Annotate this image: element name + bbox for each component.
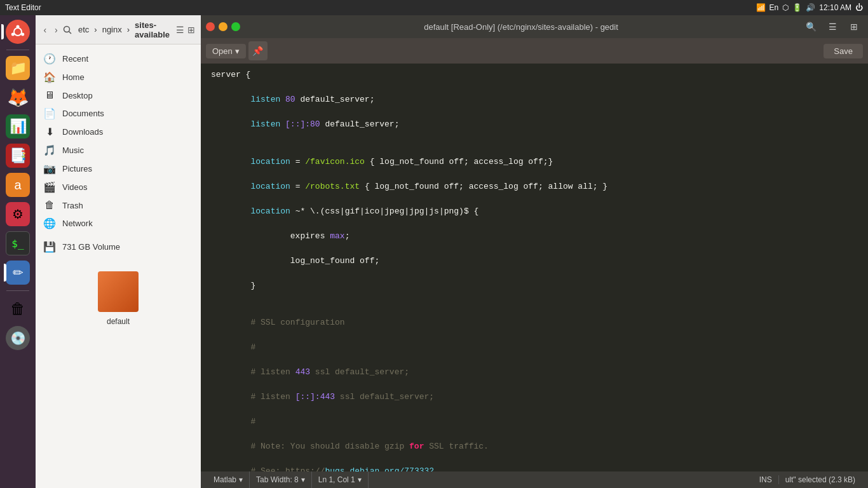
code-editor[interactable]: server { listen 80 default_server; liste… <box>201 69 868 471</box>
breadcrumb-nginx[interactable]: nginx <box>98 24 126 36</box>
sidebar-item-music-label: Music <box>62 146 84 155</box>
sidebar-item-documents[interactable]: 📄 Documents <box>36 104 201 123</box>
fm-grid-button[interactable]: ⊞ <box>187 21 196 39</box>
clock: 12:10 AM <box>819 3 851 12</box>
statusbar-right: INS ult" selected (2.3 kB) <box>753 475 862 484</box>
dock-item-cdrw[interactable]: 💿 <box>4 324 32 352</box>
minimize-button[interactable] <box>219 22 227 31</box>
dock-item-ubuntu[interactable] <box>4 18 32 46</box>
dock-item-libreoffice-impress[interactable]: 📑 <box>4 142 32 170</box>
sidebar-item-downloads-label: Downloads <box>62 127 103 137</box>
search-gedit-button[interactable]: 🔍 <box>802 18 820 36</box>
firefox-icon: 🦊 <box>6 85 30 109</box>
dock-item-gedit[interactable]: ✏ <box>4 259 32 287</box>
music-icon: 🎵 <box>43 144 56 156</box>
header-actions: 🔍 ☰ ⊞ <box>802 18 863 36</box>
sidebar-item-recent[interactable]: 🕐 Recent <box>36 50 201 68</box>
ubuntu-logo-icon <box>6 20 30 44</box>
sidebar-item-volume[interactable]: 💾 731 GB Volume <box>36 238 201 256</box>
network-icon: 🌐 <box>43 217 56 229</box>
trash-icon: 🗑 <box>43 200 56 211</box>
sidebar-item-videos[interactable]: 🎬 Videos <box>36 178 201 196</box>
wifi-icon: 📶 <box>756 3 766 12</box>
sidebar-item-pictures[interactable]: 📷 Pictures <box>36 159 201 178</box>
tab-arrow: ▾ <box>301 475 305 484</box>
close-button[interactable] <box>206 22 215 31</box>
sidebar-item-home[interactable]: 🏠 Home <box>36 68 201 86</box>
maximize-button[interactable] <box>231 22 240 31</box>
dock-item-libreoffice-calc[interactable]: 📊 <box>4 112 32 140</box>
volume-icon: 🔊 <box>806 3 815 12</box>
gedit-titlebar: default [Read-Only] (/etc/nginx/sites-av… <box>201 15 868 38</box>
trash-dock-icon: 🗑 <box>6 297 30 321</box>
save-button[interactable]: Save <box>824 44 863 58</box>
breadcrumb-sites-available[interactable]: sites-available <box>131 19 173 41</box>
system-bar-left: Text Editor <box>5 3 41 12</box>
documents-icon: 📄 <box>43 107 56 119</box>
language-selector[interactable]: Matlab ▾ <box>207 471 250 488</box>
selection-info: ult" selected (2.3 kB) <box>779 475 862 484</box>
breadcrumb: etc › nginx › sites-available <box>74 19 173 41</box>
settings-icon: ⚙ <box>6 202 30 226</box>
language-label: Matlab <box>214 475 236 484</box>
sidebar-item-music[interactable]: 🎵 Music <box>36 141 201 159</box>
power-icon: ⏻ <box>855 3 863 12</box>
sidebar-spacer-1 <box>36 233 201 238</box>
sidebar-item-videos-label: Videos <box>62 182 88 192</box>
fm-file-area: default <box>36 259 201 488</box>
keyboard-input-label: En <box>770 3 779 12</box>
dock-item-trash[interactable]: 🗑 <box>4 295 32 323</box>
open-button[interactable]: Open ▾ <box>206 44 246 58</box>
dock-item-settings[interactable]: ⚙ <box>4 200 32 228</box>
dock-item-amazon[interactable]: a <box>4 171 32 199</box>
sidebar-item-documents-label: Documents <box>62 109 104 118</box>
gedit-content[interactable]: server { listen 80 default_server; liste… <box>201 64 868 471</box>
sidebar-item-downloads[interactable]: ⬇ Downloads <box>36 123 201 141</box>
tab-width-selector[interactable]: Tab Width: 8 ▾ <box>250 471 312 488</box>
sidebar-item-network[interactable]: 🌐 Network <box>36 214 201 233</box>
insert-mode-label: INS <box>759 475 772 484</box>
pictures-icon: 📷 <box>43 163 56 175</box>
back-button[interactable]: ‹ <box>41 21 49 39</box>
forward-button[interactable]: › <box>51 21 60 39</box>
position-indicator[interactable]: Ln 1, Col 1 ▾ <box>312 471 369 488</box>
dock-item-firefox[interactable]: 🦊 <box>4 83 32 111</box>
files-icon: 📁 <box>6 56 30 80</box>
gear-button[interactable]: ☰ <box>824 18 841 36</box>
open-arrow-icon: ▾ <box>235 46 240 56</box>
dock-item-terminal[interactable]: $_ <box>4 229 32 257</box>
insert-mode: INS <box>753 475 779 484</box>
selection-label: ult" selected (2.3 kB) <box>785 475 855 484</box>
window-controls <box>206 22 240 31</box>
search-button[interactable] <box>63 21 72 39</box>
fm-toolbar: ‹ › etc › nginx › sites-available ☰ ⊞ <box>36 15 201 44</box>
sidebar-item-desktop-label: Desktop <box>62 91 93 100</box>
desktop-icon: 🖥 <box>43 90 56 101</box>
active-indicator <box>4 264 6 281</box>
fm-sidebar: 🕐 Recent 🏠 Home 🖥 Desktop 📄 Documents ⬇ … <box>36 44 201 259</box>
system-bar: Text Editor 📶 En ⬡ 🔋 🔊 12:10 AM ⏻ <box>0 0 868 15</box>
sidebar-item-recent-label: Recent <box>62 54 88 64</box>
app-name-label: Text Editor <box>5 3 41 12</box>
sidebar-item-pictures-label: Pictures <box>62 164 92 173</box>
breadcrumb-etc[interactable]: etc <box>74 24 93 36</box>
dock-item-files[interactable]: 📁 <box>4 54 32 82</box>
breadcrumb-sep-1: › <box>94 25 97 34</box>
fm-menu-button[interactable]: ☰ <box>176 21 184 39</box>
volume-drive-icon: 💾 <box>43 241 56 253</box>
libreoffice-calc-icon: 📊 <box>6 114 30 139</box>
svg-point-2 <box>17 25 20 29</box>
open-label: Open <box>212 46 233 56</box>
dock-separator-2 <box>6 290 29 291</box>
svg-point-4 <box>21 33 24 36</box>
bluetooth-icon: ⬡ <box>782 3 789 12</box>
sidebar-item-desktop[interactable]: 🖥 Desktop <box>36 86 201 104</box>
recent-icon: 🕐 <box>43 53 56 65</box>
sidebar-item-trash[interactable]: 🗑 Trash <box>36 196 201 214</box>
pin-button[interactable]: 📌 <box>248 41 268 60</box>
svg-line-6 <box>69 31 71 34</box>
ubuntu-dock: 📁 🦊 📊 📑 a ⚙ <box>0 15 36 488</box>
grid-button[interactable]: ⊞ <box>845 18 863 36</box>
sidebar-item-trash-label: Trash <box>62 201 83 210</box>
libreoffice-impress-icon: 📑 <box>6 144 30 168</box>
